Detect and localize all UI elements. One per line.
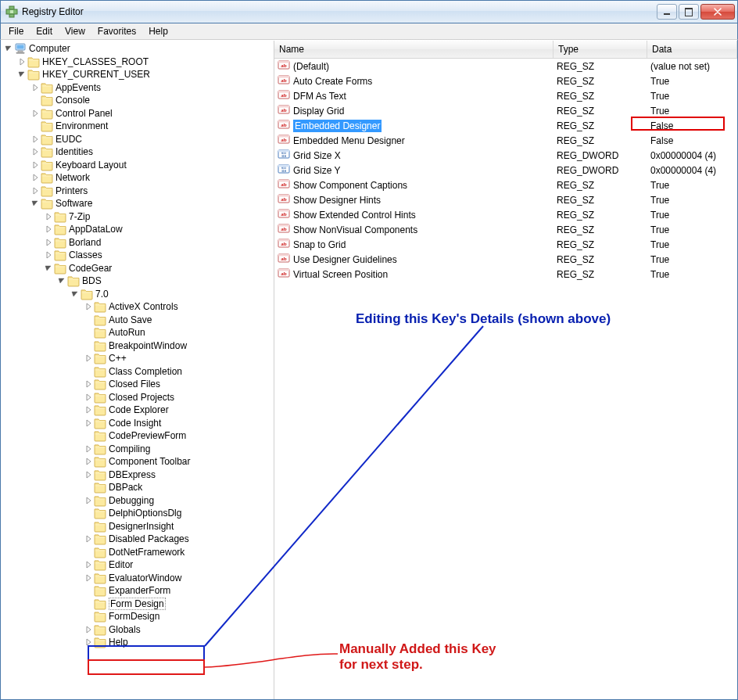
- tree-node-dbexpress[interactable]: DBExpress: [1, 468, 274, 482]
- expander-icon[interactable]: [84, 508, 93, 518]
- value-row[interactable]: Show NonVisual Components REG_SZ True: [274, 222, 737, 237]
- value-row[interactable]: (Default) REG_SZ (value not set): [274, 59, 737, 74]
- tree-node-closed-files[interactable]: Closed Files: [1, 378, 274, 391]
- expander-icon[interactable]: [44, 238, 53, 247]
- expander-icon[interactable]: [44, 224, 53, 234]
- expander-icon[interactable]: [84, 457, 93, 466]
- expander-icon[interactable]: [30, 199, 40, 208]
- expander-icon[interactable]: [84, 328, 93, 337]
- value-row[interactable]: DFM As Text REG_SZ True: [274, 88, 737, 103]
- tree-node-evaluatorwindow[interactable]: EvaluatorWindow: [1, 572, 274, 585]
- expander-icon[interactable]: [17, 70, 27, 79]
- value-row[interactable]: Display Grid REG_SZ True: [274, 103, 737, 118]
- tree-node-auto-save[interactable]: Auto Save: [1, 314, 274, 327]
- expander-icon[interactable]: [30, 173, 40, 182]
- expander-icon[interactable]: [84, 534, 93, 544]
- expander-icon[interactable]: [84, 393, 93, 402]
- tree-node-disabled-packages[interactable]: Disabled Packages: [1, 533, 274, 546]
- col-header-data[interactable]: Data: [647, 41, 737, 58]
- tree-node-eudc[interactable]: EUDC: [1, 133, 274, 146]
- tree-node-form-design[interactable]: Form Design: [1, 598, 274, 611]
- tree-node-autorun[interactable]: AutoRun: [1, 326, 274, 339]
- expander-icon[interactable]: [84, 625, 93, 634]
- tree-node-network[interactable]: Network: [1, 171, 274, 185]
- value-row[interactable]: Virtual Screen Position REG_SZ True: [274, 267, 737, 282]
- tree-node-codegear[interactable]: CodeGear: [1, 262, 274, 275]
- menu-view[interactable]: View: [59, 24, 91, 38]
- expander-icon[interactable]: [70, 289, 80, 299]
- tree-node-expanderform[interactable]: ExpanderForm: [1, 584, 274, 598]
- tree-node-classes[interactable]: Classes: [1, 249, 274, 262]
- tree-node-c-[interactable]: C++: [1, 352, 274, 365]
- expander-icon[interactable]: [84, 599, 93, 608]
- expander-icon[interactable]: [44, 212, 53, 221]
- close-button[interactable]: [700, 4, 735, 20]
- tree-node-debugging[interactable]: Debugging: [1, 494, 274, 508]
- value-row[interactable]: Embedded Designer REG_SZ False: [274, 118, 737, 133]
- tree-node-code-insight[interactable]: Code Insight: [1, 417, 274, 430]
- expander-icon[interactable]: [84, 315, 93, 325]
- menu-file[interactable]: File: [2, 24, 30, 38]
- tree-node-hkcu[interactable]: HKEY_CURRENT_USER: [1, 68, 274, 81]
- tree-node-delphioptionsdlg[interactable]: DelphiOptionsDlg: [1, 507, 274, 520]
- tree-pane[interactable]: Computer HKEY_CLASSES_ROOT HKEY_CURRENT_…: [1, 41, 274, 699]
- expander-icon[interactable]: [84, 547, 93, 557]
- value-row[interactable]: Show Designer Hints REG_SZ True: [274, 192, 737, 207]
- expander-icon[interactable]: [44, 264, 53, 273]
- expander-icon[interactable]: [30, 160, 40, 170]
- expander-icon[interactable]: [30, 147, 40, 156]
- expander-icon[interactable]: [84, 637, 93, 647]
- expander-icon[interactable]: [84, 522, 93, 531]
- expander-icon[interactable]: [84, 573, 93, 583]
- expander-icon[interactable]: [30, 109, 40, 118]
- minimize-button[interactable]: [657, 4, 677, 20]
- expander-icon[interactable]: [57, 276, 66, 285]
- col-header-name[interactable]: Name: [274, 41, 554, 58]
- value-row[interactable]: Use Designer Guidelines REG_SZ True: [274, 252, 737, 267]
- tree-node-printers[interactable]: Printers: [1, 185, 274, 198]
- tree-node-identities[interactable]: Identities: [1, 145, 274, 159]
- tree-node-closed-projects[interactable]: Closed Projects: [1, 391, 274, 404]
- list-pane[interactable]: Name Type Data (Default) REG_SZ (value n…: [274, 41, 737, 699]
- tree-node-bds[interactable]: BDS: [1, 275, 274, 288]
- expander-icon[interactable]: [84, 431, 93, 440]
- tree-node-console[interactable]: Console: [1, 94, 274, 107]
- value-row[interactable]: Grid Size Y REG_DWORD 0x00000004 (4): [274, 163, 737, 178]
- tree-node-code-explorer[interactable]: Code Explorer: [1, 404, 274, 417]
- menu-favorites[interactable]: Favorites: [91, 24, 142, 38]
- value-row[interactable]: Embedded Menu Designer REG_SZ False: [274, 133, 737, 148]
- tree-node-appevents[interactable]: AppEvents: [1, 81, 274, 95]
- tree-node-7-zip[interactable]: 7-Zip: [1, 210, 274, 224]
- expander-icon[interactable]: [30, 135, 40, 144]
- tree-node-hkcr[interactable]: HKEY_CLASSES_ROOT: [1, 56, 274, 69]
- tree-node-borland[interactable]: Borland: [1, 236, 274, 249]
- tree-node-software[interactable]: Software: [1, 197, 274, 210]
- expander-icon[interactable]: [84, 354, 93, 363]
- col-header-type[interactable]: Type: [554, 41, 647, 58]
- tree-node-control-panel[interactable]: Control Panel: [1, 107, 274, 120]
- expander-icon[interactable]: [84, 341, 93, 350]
- expander-icon[interactable]: [84, 612, 93, 621]
- tree-node-environment[interactable]: Environment: [1, 120, 274, 133]
- tree-node-class-completion[interactable]: Class Completion: [1, 365, 274, 379]
- expander-icon[interactable]: [84, 483, 93, 492]
- value-row[interactable]: Show Component Captions REG_SZ True: [274, 178, 737, 192]
- tree-node-dotnetframework[interactable]: DotNetFramework: [1, 546, 274, 559]
- expander-icon[interactable]: [30, 83, 40, 92]
- tree-node-7-0[interactable]: 7.0: [1, 288, 274, 301]
- menu-help[interactable]: Help: [142, 24, 174, 38]
- value-row[interactable]: Show Extended Control Hints REG_SZ True: [274, 207, 737, 222]
- expander-icon[interactable]: [30, 186, 40, 196]
- tree-node-dbpack[interactable]: DBPack: [1, 481, 274, 494]
- expander-icon[interactable]: [17, 57, 27, 66]
- expander-icon[interactable]: [84, 405, 93, 415]
- tree-node-component-toolbar[interactable]: Component Toolbar: [1, 455, 274, 468]
- tree-node-computer[interactable]: Computer: [1, 42, 274, 56]
- expander-icon[interactable]: [84, 444, 93, 454]
- value-row[interactable]: Snap to Grid REG_SZ True: [274, 237, 737, 252]
- expander-icon[interactable]: [30, 121, 40, 131]
- tree-node-compiling[interactable]: Compiling: [1, 443, 274, 456]
- tree-node-help[interactable]: Help: [1, 636, 274, 649]
- expander-icon[interactable]: [84, 560, 93, 569]
- expander-icon[interactable]: [84, 470, 93, 479]
